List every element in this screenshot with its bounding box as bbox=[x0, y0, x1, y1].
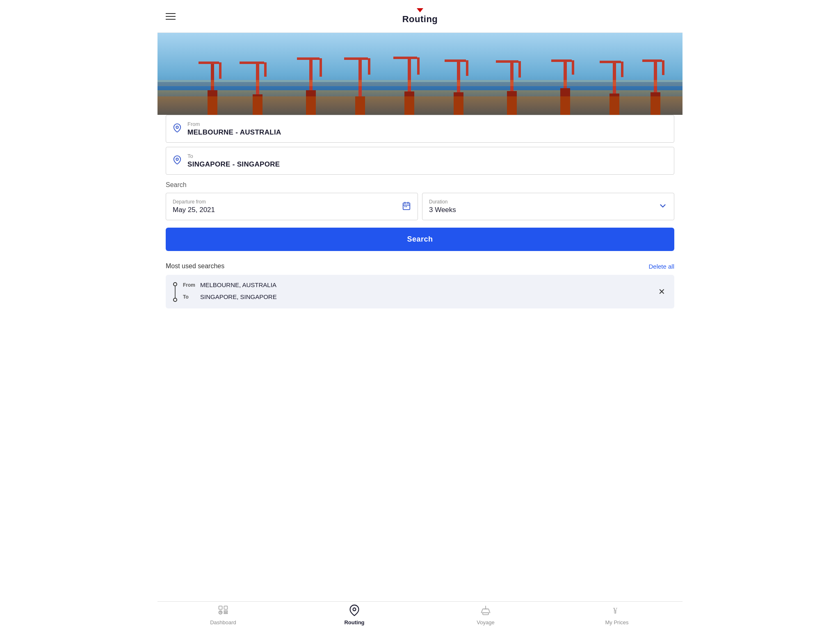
calendar-icon bbox=[402, 201, 411, 212]
svg-rect-56 bbox=[224, 611, 227, 612]
svg-text:¥: ¥ bbox=[613, 606, 618, 616]
main-content: From MELBOURNE - AUSTRALIA To SINGAPORE … bbox=[158, 115, 682, 601]
remove-search-button[interactable]: ✕ bbox=[657, 285, 667, 298]
search-button[interactable]: Search bbox=[166, 228, 674, 251]
menu-button[interactable] bbox=[166, 13, 176, 20]
recent-route: From MELBOURNE, AUSTRALIA To SINGAPORE, … bbox=[173, 281, 277, 302]
search-section-label: Search bbox=[166, 181, 674, 189]
destination-dot bbox=[173, 298, 177, 302]
svg-rect-37 bbox=[621, 62, 623, 77]
route-dots bbox=[173, 281, 177, 302]
svg-rect-5 bbox=[219, 62, 221, 79]
svg-rect-17 bbox=[368, 58, 370, 75]
duration-label: Duration bbox=[429, 199, 456, 205]
hero-image bbox=[158, 33, 682, 115]
svg-rect-25 bbox=[466, 60, 468, 76]
svg-rect-4 bbox=[199, 62, 219, 64]
svg-rect-53 bbox=[219, 606, 222, 609]
duration-field[interactable]: Duration 3 Weeks bbox=[422, 193, 674, 220]
page-title: Routing bbox=[402, 14, 438, 25]
nav-item-my-prices[interactable]: ¥ My Prices bbox=[551, 605, 682, 625]
svg-rect-28 bbox=[496, 60, 518, 63]
svg-rect-21 bbox=[417, 57, 420, 75]
nav-label-voyage: Voyage bbox=[477, 619, 494, 625]
bottom-navigation: Dashboard Routing Voyage ¥ bbox=[158, 601, 682, 630]
svg-point-45 bbox=[176, 126, 178, 128]
svg-rect-33 bbox=[572, 60, 574, 75]
svg-rect-9 bbox=[264, 62, 267, 77]
svg-rect-36 bbox=[600, 61, 621, 63]
route-line bbox=[175, 286, 176, 298]
most-used-title: Most used searches bbox=[166, 262, 224, 270]
from-row: From MELBOURNE, AUSTRALIA bbox=[183, 281, 277, 288]
from-value: MELBOURNE - AUSTRALIA bbox=[187, 128, 281, 137]
svg-rect-44 bbox=[158, 80, 682, 86]
to-pin-icon bbox=[173, 155, 182, 166]
triangle-icon bbox=[417, 8, 423, 12]
departure-value: May 25, 2021 bbox=[173, 206, 215, 214]
svg-point-46 bbox=[176, 158, 178, 160]
to-field-content: To SINGAPORE - SINGAPORE bbox=[187, 153, 280, 169]
chevron-down-icon bbox=[658, 201, 667, 212]
svg-rect-41 bbox=[662, 60, 664, 75]
duration-content: Duration 3 Weeks bbox=[429, 199, 456, 214]
routing-icon bbox=[349, 605, 360, 618]
nav-item-routing[interactable]: Routing bbox=[289, 605, 420, 625]
delete-all-button[interactable]: Delete all bbox=[648, 263, 674, 270]
to-value: SINGAPORE - SINGAPORE bbox=[187, 160, 280, 169]
route-info: From MELBOURNE, AUSTRALIA To SINGAPORE, … bbox=[183, 281, 277, 300]
from-place: MELBOURNE, AUSTRALIA bbox=[200, 281, 276, 288]
from-label: From bbox=[187, 121, 281, 127]
nav-label-dashboard: Dashboard bbox=[210, 619, 236, 625]
search-row: Departure from May 25, 2021 Duration 3 W… bbox=[166, 193, 674, 220]
dashboard-icon bbox=[217, 605, 229, 618]
nav-item-voyage[interactable]: Voyage bbox=[420, 605, 551, 625]
from-field[interactable]: From MELBOURNE - AUSTRALIA bbox=[166, 115, 674, 143]
svg-rect-20 bbox=[393, 57, 417, 59]
recent-search-card[interactable]: From MELBOURNE, AUSTRALIA To SINGAPORE, … bbox=[166, 275, 674, 308]
svg-rect-8 bbox=[240, 62, 264, 64]
to-field[interactable]: To SINGAPORE - SINGAPORE bbox=[166, 147, 674, 175]
port-illustration bbox=[158, 33, 682, 115]
svg-rect-40 bbox=[642, 59, 662, 62]
svg-rect-54 bbox=[224, 606, 227, 609]
to-tag: To bbox=[183, 294, 196, 300]
from-pin-icon bbox=[173, 123, 182, 134]
svg-rect-29 bbox=[518, 61, 521, 78]
to-place: SINGAPORE, SINGAPORE bbox=[200, 293, 277, 300]
my-prices-icon: ¥ bbox=[611, 605, 623, 618]
departure-content: Departure from May 25, 2021 bbox=[173, 199, 215, 214]
departure-label: Departure from bbox=[173, 199, 215, 205]
svg-rect-13 bbox=[320, 58, 322, 77]
svg-point-61 bbox=[353, 608, 356, 611]
nav-label-routing: Routing bbox=[344, 619, 364, 625]
svg-rect-24 bbox=[445, 59, 466, 62]
departure-field[interactable]: Departure from May 25, 2021 bbox=[166, 193, 418, 220]
from-field-content: From MELBOURNE - AUSTRALIA bbox=[187, 121, 281, 137]
svg-rect-12 bbox=[297, 57, 320, 60]
nav-item-dashboard[interactable]: Dashboard bbox=[158, 605, 289, 625]
app-header: Routing bbox=[158, 0, 682, 33]
most-used-header: Most used searches Delete all bbox=[166, 262, 674, 270]
duration-value: 3 Weeks bbox=[429, 206, 456, 214]
svg-rect-16 bbox=[344, 57, 368, 60]
svg-rect-43 bbox=[158, 96, 682, 115]
to-label: To bbox=[187, 153, 280, 159]
from-tag: From bbox=[183, 282, 196, 288]
svg-rect-32 bbox=[551, 59, 572, 62]
origin-dot bbox=[173, 282, 177, 286]
header-title-wrap: Routing bbox=[402, 8, 438, 25]
nav-label-my-prices: My Prices bbox=[605, 619, 628, 625]
to-row: To SINGAPORE, SINGAPORE bbox=[183, 293, 277, 300]
voyage-icon bbox=[480, 605, 491, 618]
svg-rect-57 bbox=[224, 613, 227, 614]
svg-rect-62 bbox=[483, 613, 488, 615]
